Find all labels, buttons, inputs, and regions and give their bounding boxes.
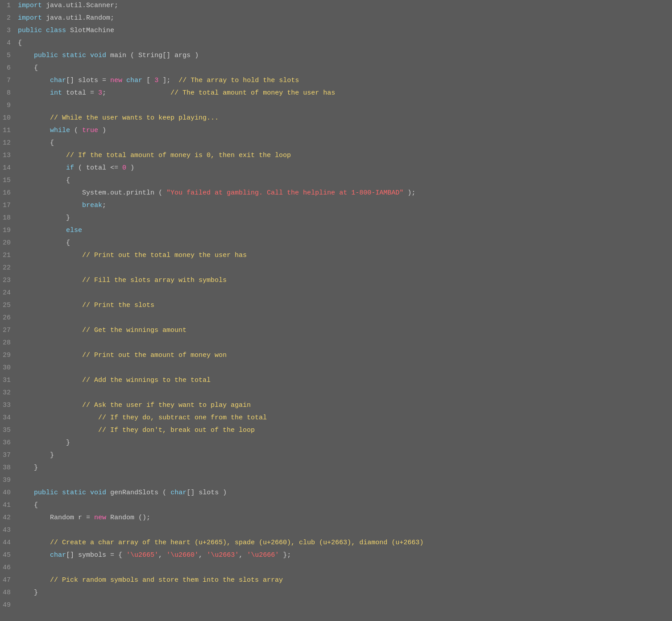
line-number: 30 bbox=[0, 363, 18, 373]
code-line: 39 bbox=[0, 475, 672, 487]
code-line: 12 { bbox=[0, 137, 672, 150]
line-content bbox=[18, 475, 672, 485]
line-number: 18 bbox=[0, 213, 18, 223]
code-line: 47 // Pick random symbols and store them… bbox=[0, 575, 672, 587]
line-content bbox=[18, 600, 672, 610]
line-content: { bbox=[18, 238, 672, 248]
line-number: 17 bbox=[0, 200, 18, 211]
line-content: } bbox=[18, 450, 672, 460]
line-content bbox=[18, 388, 672, 398]
line-number: 33 bbox=[0, 400, 18, 410]
code-line: 9 bbox=[0, 100, 672, 112]
code-line: 38 } bbox=[0, 462, 672, 475]
line-number: 45 bbox=[0, 550, 18, 560]
line-content: public class SlotMachine bbox=[18, 25, 672, 36]
code-line: 16 System.out.println ( "You failed at g… bbox=[0, 187, 672, 200]
line-content: } bbox=[18, 463, 672, 473]
code-line: 13 // If the total amount of money is 0,… bbox=[0, 150, 672, 162]
code-line: 4{ bbox=[0, 37, 672, 50]
line-number: 1 bbox=[0, 0, 18, 11]
line-content bbox=[18, 363, 672, 373]
line-content bbox=[18, 525, 672, 535]
code-line: 46 bbox=[0, 562, 672, 575]
code-line: 41 { bbox=[0, 500, 672, 512]
line-number: 14 bbox=[0, 163, 18, 173]
code-line: 17 break; bbox=[0, 200, 672, 212]
line-content: { bbox=[18, 63, 672, 73]
code-line: 27 // Get the winnings amount bbox=[0, 325, 672, 337]
line-number: 8 bbox=[0, 88, 18, 98]
code-line: 19 else bbox=[0, 225, 672, 237]
line-content: { bbox=[18, 138, 672, 148]
line-number: 32 bbox=[0, 388, 18, 398]
line-number: 22 bbox=[0, 263, 18, 273]
line-number: 15 bbox=[0, 175, 18, 186]
code-line: 43 bbox=[0, 525, 672, 537]
line-number: 41 bbox=[0, 500, 18, 510]
line-content bbox=[18, 100, 672, 111]
line-number: 3 bbox=[0, 25, 18, 36]
line-number: 34 bbox=[0, 413, 18, 423]
line-number: 13 bbox=[0, 150, 18, 161]
line-content bbox=[18, 338, 672, 348]
line-number: 29 bbox=[0, 350, 18, 360]
code-line: 29 // Print out the amount of money won bbox=[0, 350, 672, 362]
line-number: 21 bbox=[0, 250, 18, 261]
line-content: { bbox=[18, 500, 672, 510]
line-content bbox=[18, 288, 672, 298]
line-content: // If they do, subtract one from the tot… bbox=[18, 413, 672, 423]
code-line: 49 bbox=[0, 600, 672, 612]
code-line: 10 // While the user wants to keep playi… bbox=[0, 112, 672, 125]
line-number: 25 bbox=[0, 300, 18, 310]
code-line: 20 { bbox=[0, 237, 672, 250]
code-line: 40 public static void genRandSlots ( cha… bbox=[0, 487, 672, 500]
code-line: 7 char[] slots = new char [ 3 ]; // The … bbox=[0, 75, 672, 87]
line-number: 35 bbox=[0, 425, 18, 435]
code-line: 3public class SlotMachine bbox=[0, 25, 672, 37]
line-content: // If the total amount of money is 0, th… bbox=[18, 150, 672, 161]
line-number: 7 bbox=[0, 75, 18, 86]
line-number: 40 bbox=[0, 488, 18, 498]
line-content: // Print the slots bbox=[18, 300, 672, 310]
code-line: 28 bbox=[0, 337, 672, 350]
line-number: 37 bbox=[0, 450, 18, 460]
code-line: 48 } bbox=[0, 587, 672, 600]
line-number: 36 bbox=[0, 438, 18, 448]
line-number: 42 bbox=[0, 513, 18, 523]
line-number: 24 bbox=[0, 288, 18, 298]
line-content: } bbox=[18, 213, 672, 223]
code-line: 34 // If they do, subtract one from the … bbox=[0, 412, 672, 425]
code-line: 30 bbox=[0, 362, 672, 375]
line-number: 28 bbox=[0, 338, 18, 348]
line-content: // Print out the total money the user ha… bbox=[18, 250, 672, 261]
line-number: 43 bbox=[0, 525, 18, 535]
line-number: 10 bbox=[0, 113, 18, 123]
code-line: 22 bbox=[0, 262, 672, 275]
line-content: } bbox=[18, 438, 672, 448]
line-number: 27 bbox=[0, 325, 18, 335]
line-number: 11 bbox=[0, 125, 18, 136]
line-number: 6 bbox=[0, 63, 18, 73]
line-content: import java.util.Random; bbox=[18, 13, 672, 23]
code-line: 23 // Fill the slots array with symbols bbox=[0, 275, 672, 287]
line-number: 38 bbox=[0, 463, 18, 473]
line-content: // Ask the user if they want to play aga… bbox=[18, 400, 672, 410]
code-line: 5 public static void main ( String[] arg… bbox=[0, 50, 672, 62]
line-content: public static void main ( String[] args … bbox=[18, 50, 672, 61]
code-line: 25 // Print the slots bbox=[0, 300, 672, 312]
line-number: 39 bbox=[0, 475, 18, 485]
line-content: // Create a char array of the heart (u+2… bbox=[18, 538, 672, 548]
code-line: 1import java.util.Scanner; bbox=[0, 0, 672, 12]
line-content: // Fill the slots array with symbols bbox=[18, 275, 672, 286]
line-content: } bbox=[18, 588, 672, 598]
code-line: 18 } bbox=[0, 212, 672, 225]
line-content: int total = 3; // The total amount of mo… bbox=[18, 88, 672, 98]
line-content: // Get the winnings amount bbox=[18, 325, 672, 335]
line-content: char[] symbols = { '\u2665', '\u2660', '… bbox=[18, 550, 672, 560]
line-number: 4 bbox=[0, 38, 18, 48]
line-content: if ( total <= 0 ) bbox=[18, 163, 672, 173]
line-number: 31 bbox=[0, 375, 18, 385]
code-line: 8 int total = 3; // The total amount of … bbox=[0, 87, 672, 100]
line-content: // Add the winnings to the total bbox=[18, 375, 672, 385]
line-content: { bbox=[18, 175, 672, 186]
